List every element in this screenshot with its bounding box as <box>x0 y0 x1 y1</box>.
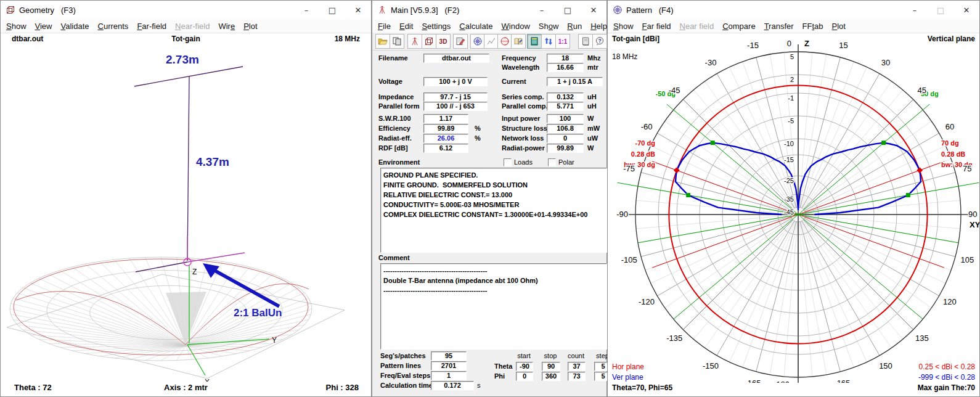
svg-text:-35: -35 <box>784 195 794 203</box>
radiat-eff-input[interactable]: 26.06 <box>423 134 468 143</box>
comment-textarea[interactable]: ----------------------------------------… <box>380 263 607 350</box>
smith-chart-button[interactable] <box>497 34 512 49</box>
filename-input[interactable]: dtbar.out <box>423 54 489 63</box>
network-loss-input[interactable]: 0 <box>547 134 584 143</box>
impedance-input[interactable]: 97.7 - j 15 <box>423 92 488 102</box>
input-power-label: Input power <box>502 115 540 122</box>
polar-checkbox[interactable] <box>548 158 556 166</box>
close-button[interactable]: ✕ <box>581 1 606 19</box>
menu-wire[interactable]: Wire <box>214 20 239 32</box>
menu-plot[interactable]: Plot <box>239 20 261 32</box>
main-window: Main [V5.9.3] (F2) – □ ✕ FileEditSetting… <box>372 0 607 397</box>
max-gain-marker <box>674 167 680 173</box>
voltage-input[interactable]: 100 + j 0 V <box>423 77 488 86</box>
minimize-button[interactable]: – <box>293 1 319 19</box>
menu-view[interactable]: View <box>31 20 57 32</box>
menu-plot[interactable]: Plot <box>828 20 850 32</box>
polar-plot[interactable]: -70 dg0.28 dBbw: 30 dg70 dg0.28 dBbw: 30… <box>608 38 979 383</box>
menu-settings[interactable]: Settings <box>417 20 455 32</box>
menu-window[interactable]: Window <box>497 20 534 32</box>
beamwidth-marker <box>906 193 910 197</box>
pattern-lines-input[interactable]: 2701 <box>431 361 467 370</box>
menu-transfer[interactable]: Transfer <box>760 20 798 32</box>
optimizer-arrows-button[interactable] <box>541 34 556 49</box>
svg-text:-45: -45 <box>784 208 794 216</box>
efficiency-label: Efficiency <box>378 125 410 132</box>
frequency-input[interactable]: 18 <box>547 54 584 63</box>
geometry-3d-view[interactable]: ZYX2.73m4.37m2:1 BalUn <box>1 45 371 382</box>
legend-ver-plane: Ver plane <box>612 373 643 382</box>
antenna-button[interactable] <box>407 34 422 49</box>
gain-table-button[interactable] <box>527 34 542 49</box>
menu-fftab[interactable]: FFtab <box>798 20 828 32</box>
current-input[interactable]: 1 + j 0.15 A <box>547 77 603 86</box>
network-loss-label: Network loss <box>502 134 544 142</box>
structure-loss-input[interactable]: 106.8 <box>547 124 584 133</box>
phi-stop-input[interactable]: 360 <box>542 372 560 381</box>
menu-show[interactable]: Show <box>609 20 638 32</box>
menu-currents[interactable]: Currents <box>94 20 133 32</box>
manual-book-button[interactable] <box>578 34 593 49</box>
swr-input[interactable]: 1.17 <box>423 114 468 123</box>
impedance-label: Impedance <box>378 93 414 100</box>
menu-show[interactable]: Show <box>534 20 563 32</box>
svg-text:-45: -45 <box>669 86 680 95</box>
theta-stop-input[interactable]: 90 <box>542 362 560 371</box>
filename-label: Filename <box>378 54 408 62</box>
theta-count-input[interactable]: 37 <box>568 362 586 371</box>
menu-show[interactable]: Show <box>2 20 31 32</box>
x-axis-label: X <box>205 378 210 382</box>
view-3d-button[interactable]: 3D <box>436 34 451 49</box>
wavelength-input[interactable]: 16.66 <box>547 63 584 72</box>
copy-file-button[interactable] <box>390 34 404 49</box>
menu-calculate[interactable]: Calculate <box>455 20 497 32</box>
series-comp-input[interactable]: 0.132 <box>547 92 584 102</box>
sweep-header-start: start <box>516 352 532 359</box>
menu-file[interactable]: File <box>374 20 395 32</box>
phi-count-input[interactable]: 73 <box>568 372 586 381</box>
environment-textarea[interactable]: GROUND PLANE SPECIFIED. FINITE GROUND. S… <box>380 168 607 253</box>
menu-compare[interactable]: Compare <box>718 20 759 32</box>
freq-steps-input[interactable]: 1 <box>431 371 467 380</box>
style-book-button[interactable] <box>511 34 526 49</box>
menu-far-field[interactable]: Far-field <box>133 20 171 32</box>
svg-text:135: 135 <box>915 334 929 343</box>
help-button[interactable]: ? <box>592 34 607 49</box>
maximize-button[interactable]: □ <box>555 1 581 19</box>
minimize-button[interactable]: – <box>902 1 928 19</box>
menu-edit[interactable]: Edit <box>395 20 417 32</box>
segs-input[interactable]: 95 <box>431 351 467 361</box>
open-file-button[interactable] <box>375 34 390 49</box>
menu-near-field[interactable]: Near-field <box>171 20 214 32</box>
menu-far-field[interactable]: Far field <box>638 20 676 32</box>
svg-text:-135: -135 <box>666 334 682 343</box>
minimize-button[interactable]: – <box>529 1 555 19</box>
menu-run[interactable]: Run <box>563 20 586 32</box>
efficiency-input[interactable]: 99.89 <box>423 124 468 133</box>
menu-near-field[interactable]: Near field <box>676 20 719 32</box>
parallel-form-input[interactable]: 100 // - j 653 <box>423 102 488 111</box>
geometry-cube-button[interactable] <box>422 34 436 49</box>
pattern-circle-icon <box>473 36 483 46</box>
menu-validate[interactable]: Validate <box>56 20 93 32</box>
input-power-input[interactable]: 100 <box>547 114 584 123</box>
line-chart-button[interactable] <box>484 34 499 49</box>
series-comp-label: Series comp. <box>502 93 544 100</box>
maximize-button[interactable]: □ <box>928 1 953 19</box>
close-button[interactable]: ✕ <box>953 1 979 19</box>
edit-nec-button[interactable] <box>453 34 468 49</box>
maximize-button[interactable]: □ <box>319 1 345 19</box>
rdf-input[interactable]: 6.12 <box>423 144 468 153</box>
comment-label: Comment <box>378 254 410 261</box>
gain-table-icon <box>529 36 539 46</box>
phi-start-input[interactable]: 0 <box>516 372 533 381</box>
pattern-window: Pattern (F4) – □ ✕ ShowFar fieldNear fie… <box>607 0 980 397</box>
loads-checkbox[interactable] <box>504 158 512 166</box>
pattern-circle-button[interactable] <box>470 34 485 49</box>
radiat-power-input[interactable]: 99.89 <box>547 144 584 153</box>
scale-1to1-button[interactable]: 1:1 <box>555 34 570 49</box>
close-button[interactable]: ✕ <box>345 1 371 19</box>
parallel-comp-input[interactable]: 5.771 <box>547 102 584 111</box>
theta-start-input[interactable]: -90 <box>516 362 533 371</box>
calc-time-input[interactable]: 0.172 <box>431 381 474 390</box>
